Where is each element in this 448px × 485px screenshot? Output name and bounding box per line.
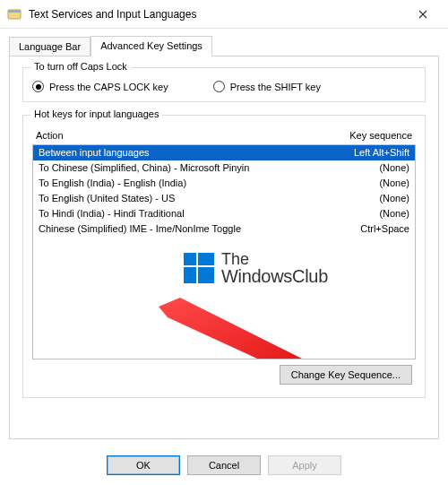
row-key: (None) bbox=[320, 178, 409, 188]
change-key-sequence-button[interactable]: Change Key Sequence... bbox=[280, 365, 412, 385]
titlebar: Text Services and Input Languages bbox=[0, 0, 448, 29]
row-key: Ctrl+Space bbox=[320, 223, 409, 234]
row-action: To Chinese (Simplified, China) - Microso… bbox=[39, 162, 320, 173]
row-key: (None) bbox=[320, 193, 409, 204]
window-title: Text Services and Input Languages bbox=[29, 8, 405, 21]
row-action: Between input languages bbox=[39, 147, 320, 158]
radio-icon bbox=[32, 81, 44, 92]
tab-row: Language Bar Advanced Key Settings bbox=[0, 29, 448, 56]
list-row[interactable]: To Chinese (Simplified, China) - Microso… bbox=[33, 160, 415, 176]
ok-button[interactable]: OK bbox=[107, 455, 180, 475]
col-header-key: Key sequence bbox=[323, 130, 412, 141]
list-header: Action Key sequence bbox=[32, 128, 416, 144]
watermark: The WindowsClub bbox=[184, 251, 328, 285]
list-row[interactable]: To English (India) - English (India) (No… bbox=[33, 176, 415, 191]
watermark-line2: WindowsClub bbox=[221, 267, 328, 285]
list-row[interactable]: To Hindi (India) - Hindi Traditional (No… bbox=[33, 206, 415, 221]
dialog-buttons: OK Cancel Apply bbox=[0, 448, 448, 485]
hotkeys-group: Hot keys for input languages Action Key … bbox=[22, 115, 426, 398]
tab-language-bar[interactable]: Language Bar bbox=[9, 37, 90, 56]
hotkeys-group-label: Hot keys for input languages bbox=[30, 108, 162, 119]
radio-shift-label: Press the SHIFT key bbox=[230, 82, 321, 92]
windows-logo-icon bbox=[184, 253, 214, 283]
svg-rect-1 bbox=[8, 10, 21, 13]
row-action: To English (United States) - US bbox=[39, 193, 320, 204]
tab-advanced-key-settings[interactable]: Advanced Key Settings bbox=[90, 36, 212, 56]
radio-caps-label: Press the CAPS LOCK key bbox=[49, 82, 168, 92]
hotkeys-listbox[interactable]: Between input languages Left Alt+Shift T… bbox=[32, 144, 416, 359]
watermark-line1: The bbox=[221, 251, 328, 267]
svg-marker-2 bbox=[159, 298, 350, 359]
row-key: Left Alt+Shift bbox=[320, 147, 409, 158]
row-key: (None) bbox=[320, 162, 409, 173]
capslock-group: To turn off Caps Lock Press the CAPS LOC… bbox=[22, 67, 426, 102]
arrow-annotation-icon bbox=[150, 298, 356, 359]
apply-button: Apply bbox=[268, 455, 341, 475]
list-row[interactable]: To English (United States) - US (None) bbox=[33, 191, 415, 206]
radio-caps-lock-key[interactable]: Press the CAPS LOCK key bbox=[32, 81, 168, 92]
tab-content: To turn off Caps Lock Press the CAPS LOC… bbox=[9, 56, 439, 439]
row-key: (None) bbox=[320, 208, 409, 219]
radio-shift-key[interactable]: Press the SHIFT key bbox=[213, 81, 321, 92]
row-action: Chinese (Simplified) IME - Ime/NonIme To… bbox=[39, 223, 320, 234]
list-row[interactable]: Chinese (Simplified) IME - Ime/NonIme To… bbox=[33, 221, 415, 237]
capslock-group-label: To turn off Caps Lock bbox=[30, 61, 131, 72]
row-action: To Hindi (India) - Hindi Traditional bbox=[39, 208, 320, 219]
close-button[interactable] bbox=[405, 2, 441, 27]
app-icon bbox=[7, 7, 22, 22]
row-action: To English (India) - English (India) bbox=[39, 178, 320, 188]
col-header-action: Action bbox=[36, 130, 323, 141]
cancel-button[interactable]: Cancel bbox=[187, 455, 261, 475]
radio-icon bbox=[213, 81, 225, 92]
list-row[interactable]: Between input languages Left Alt+Shift bbox=[33, 145, 415, 160]
